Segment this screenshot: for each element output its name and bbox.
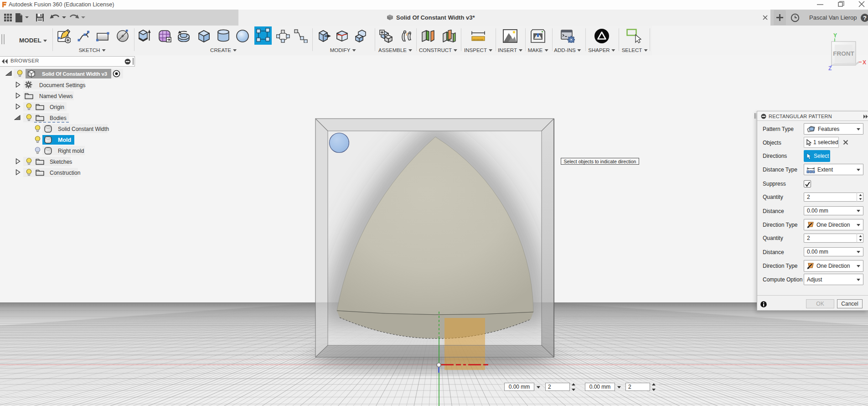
svg-text:?: ? (863, 15, 867, 21)
svg-text:FRONT: FRONT (833, 50, 854, 57)
svg-text:X: X (863, 59, 866, 66)
svg-text:Y: Y (833, 32, 837, 39)
